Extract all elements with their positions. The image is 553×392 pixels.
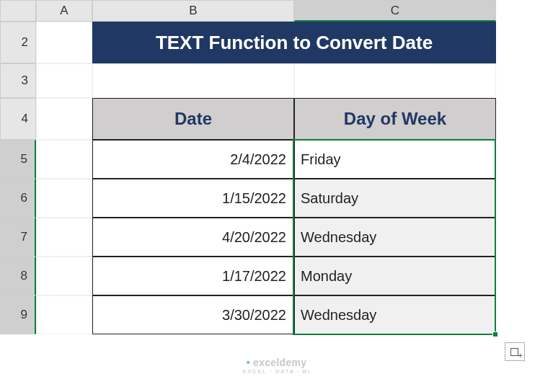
row-header-3[interactable]: 3: [0, 63, 36, 98]
row-header-5[interactable]: 5: [0, 140, 36, 179]
row-header-9[interactable]: 9: [0, 295, 36, 334]
header-date[interactable]: Date: [92, 98, 294, 140]
cell-a5[interactable]: [36, 140, 92, 179]
cell-day-2[interactable]: Wednesday: [294, 218, 496, 257]
cell-date-0[interactable]: 2/4/2022: [92, 140, 294, 179]
row-header-8[interactable]: 8: [0, 257, 36, 295]
row-header-4[interactable]: 4: [0, 98, 36, 140]
autofill-options-button[interactable]: +: [505, 342, 525, 361]
cell-day-3[interactable]: Monday: [294, 257, 496, 295]
cell-day-4[interactable]: Wednesday: [294, 295, 496, 334]
watermark-main: exceldemy: [253, 357, 306, 368]
cell-date-1[interactable]: 1/15/2022: [92, 179, 294, 218]
row-header-6[interactable]: 6: [0, 179, 36, 218]
select-all-corner[interactable]: [0, 0, 36, 22]
cell-a8[interactable]: [36, 257, 92, 295]
cell-a9[interactable]: [36, 295, 92, 334]
spreadsheet-grid: A B C 2 TEXT Function to Convert Date 3 …: [0, 0, 553, 334]
cell-a4[interactable]: [36, 98, 92, 140]
col-header-c[interactable]: C: [294, 0, 496, 22]
cell-c3[interactable]: [294, 63, 496, 98]
col-header-b[interactable]: B: [92, 0, 294, 22]
row-header-7[interactable]: 7: [0, 218, 36, 257]
cell-a6[interactable]: [36, 179, 92, 218]
cell-date-3[interactable]: 1/17/2022: [92, 257, 294, 295]
cell-date-2[interactable]: 4/20/2022: [92, 218, 294, 257]
cell-day-1[interactable]: Saturday: [294, 179, 496, 218]
cell-day-0[interactable]: Friday: [294, 140, 496, 179]
cell-date-4[interactable]: 3/30/2022: [92, 295, 294, 334]
row-header-2[interactable]: 2: [0, 22, 36, 63]
col-header-a[interactable]: A: [36, 0, 92, 22]
watermark-sub: EXCEL · DATA · BI: [242, 368, 310, 375]
cell-a3[interactable]: [36, 63, 92, 98]
cell-a2[interactable]: [36, 22, 92, 63]
cell-a7[interactable]: [36, 218, 92, 257]
watermark-dot-icon: •: [247, 357, 250, 368]
cell-b3[interactable]: [92, 63, 294, 98]
autofill-icon-glyph: [510, 348, 518, 356]
title-cell[interactable]: TEXT Function to Convert Date: [92, 22, 496, 63]
header-day[interactable]: Day of Week: [294, 98, 496, 140]
watermark: • exceldemy EXCEL · DATA · BI: [242, 357, 310, 375]
plus-icon: +: [518, 351, 523, 360]
